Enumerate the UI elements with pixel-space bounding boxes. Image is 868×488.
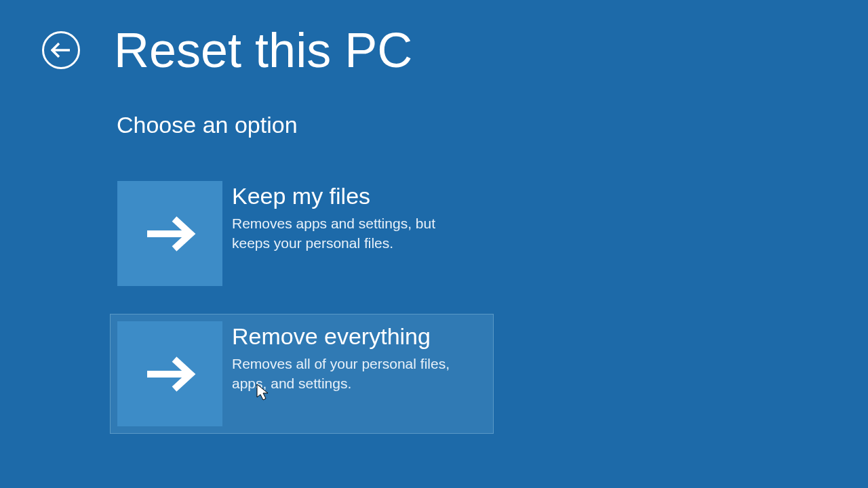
arrow-right-icon [143,215,197,253]
options-list: Keep my files Removes apps and settings,… [110,174,494,434]
option-remove-everything[interactable]: Remove everything Removes all of your pe… [110,314,494,434]
option-tile [117,321,222,426]
option-tile [117,181,222,286]
option-description: Removes all of your personal files, apps… [232,354,467,393]
option-text: Remove everything Removes all of your pe… [222,321,467,426]
page-title: Reset this PC [114,26,412,75]
subtitle: Choose an option [117,112,298,138]
back-arrow-icon [51,42,71,58]
header: Reset this PC [42,26,412,75]
back-button[interactable] [42,31,80,69]
option-title: Keep my files [232,184,467,209]
option-title: Remove everything [232,324,467,349]
option-description: Removes apps and settings, but keeps you… [232,214,467,253]
arrow-right-icon [143,355,197,393]
option-keep-my-files[interactable]: Keep my files Removes apps and settings,… [110,174,494,293]
option-text: Keep my files Removes apps and settings,… [222,181,467,286]
